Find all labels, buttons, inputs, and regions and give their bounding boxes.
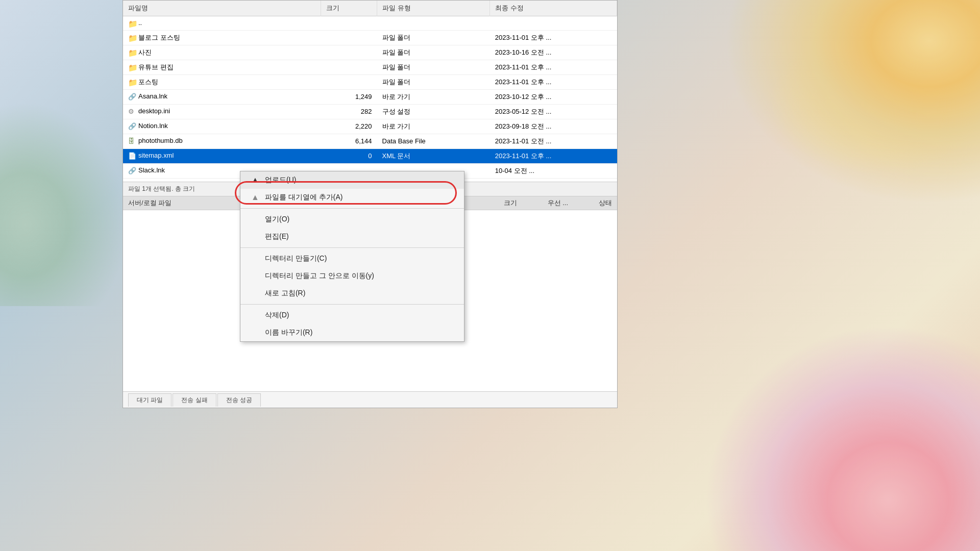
file-size-cell: 282	[321, 104, 377, 119]
table-row[interactable]: 📁블로그 포스팅 파일 폴더 2023-11-01 오후 ...	[123, 30, 617, 45]
file-type-cell: 바로 가기	[377, 119, 490, 134]
file-type-cell	[377, 16, 490, 31]
context-menu-item-queue[interactable]: ▲파일를 대기열에 추가(A)	[240, 189, 464, 206]
context-menu-label: 디렉터리 만들고 그 안으로 이동(y)	[265, 271, 374, 281]
table-row[interactable]: 📁포스팅 파일 폴더 2023-11-01 오후 ...	[123, 74, 617, 89]
context-menu-item-delete[interactable]: 삭제(D)	[240, 307, 464, 324]
col-header-name[interactable]: 파일명	[123, 1, 321, 16]
file-name-cell: 📄sitemap.xml	[123, 148, 321, 163]
flower-decoration-top-right	[725, 0, 980, 204]
col-header-size[interactable]: 크기	[321, 1, 377, 16]
file-name-cell: 📁블로그 포스팅	[123, 30, 321, 45]
status-text: 파일 1개 선택됨. 총 크기	[128, 185, 195, 193]
transfer-tabs-bar: 대기 파일전송 실패전송 성공	[123, 391, 617, 408]
file-date-cell: 2023-10-12 오후 ...	[490, 89, 617, 104]
file-name-cell: ⚙desktop.ini	[123, 104, 321, 119]
file-size-cell: 1,249	[321, 89, 377, 104]
context-menu-item-refresh[interactable]: 새로 고침(R)	[240, 285, 464, 302]
divider-label: 서버/로컬 파일	[128, 198, 172, 208]
table-row[interactable]: 📁사진 파일 폴더 2023-10-16 오전 ...	[123, 45, 617, 60]
table-row[interactable]: 🗄photothumb.db 6,144 Data Base File 2023…	[123, 134, 617, 148]
file-date-cell: 11-01 오전 ...	[490, 178, 617, 182]
divider-col-priority: 우선 ...	[548, 198, 568, 208]
table-row[interactable]: ⚙desktop.ini 282 구성 설정 2023-05-12 오전 ...	[123, 104, 617, 119]
context-menu-item-rename[interactable]: 이름 바꾸기(R)	[240, 324, 464, 341]
table-row[interactable]: 📁유튜브 편집 파일 폴더 2023-11-01 오후 ...	[123, 60, 617, 74]
leaf-decoration-left	[0, 102, 128, 306]
context-menu-label: 편집(E)	[265, 232, 289, 241]
file-type-cell: 파일 폴더	[377, 30, 490, 45]
file-type-cell: 파일 폴더	[377, 60, 490, 74]
context-menu-item-upload[interactable]: ▲업로드(U)	[240, 171, 464, 189]
transfer-tab-success[interactable]: 전송 성공	[217, 393, 261, 407]
context-menu-separator	[240, 208, 464, 209]
file-date-cell: 2023-11-01 오후 ...	[490, 30, 617, 45]
file-size-cell	[321, 74, 377, 89]
context-menu-label: 이름 바꾸기(R)	[265, 328, 312, 337]
file-name-cell: 🗄photothumb.db	[123, 134, 321, 148]
file-name-cell: 📁포스팅	[123, 74, 321, 89]
file-date-cell: 2023-11-01 오후 ...	[490, 148, 617, 163]
file-date-cell	[490, 16, 617, 31]
file-date-cell: 2023-09-18 오전 ...	[490, 119, 617, 134]
divider-col-status: 상태	[599, 198, 612, 208]
context-menu-label: 업로드(U)	[265, 176, 296, 185]
context-menu-item-open[interactable]: 열기(O)	[240, 211, 464, 228]
divider-col-size: 크기	[504, 198, 517, 208]
file-size-cell	[321, 30, 377, 45]
context-menu-label: 새로 고침(R)	[265, 289, 305, 298]
context-menu-item-mkdir[interactable]: 디렉터리 만들기(C)	[240, 250, 464, 267]
context-menu-separator	[240, 247, 464, 248]
context-menu[interactable]: ▲업로드(U)▲파일를 대기열에 추가(A)열기(O)편집(E)디렉터리 만들기…	[240, 171, 464, 342]
file-type-cell: 바로 가기	[377, 89, 490, 104]
context-menu-label: 삭제(D)	[265, 311, 289, 320]
table-header-row: 파일명 크기 파일 유형 최종 수정	[123, 1, 617, 16]
file-size-cell	[321, 16, 377, 31]
flower-decoration-bottom-right	[674, 296, 980, 551]
table-row[interactable]: 📁..	[123, 16, 617, 31]
file-size-cell: 2,220	[321, 119, 377, 134]
file-size-cell	[321, 60, 377, 74]
file-type-cell: 파일 폴더	[377, 74, 490, 89]
col-header-date[interactable]: 최종 수정	[490, 1, 617, 16]
file-list-area[interactable]: 파일명 크기 파일 유형 최종 수정 📁.. 📁블로그 포스팅 파일 폴더 20…	[123, 1, 617, 182]
file-date-cell: 2023-11-01 오전 ...	[490, 134, 617, 148]
file-name-cell: 📁..	[123, 16, 321, 31]
file-date-cell: 2023-10-16 오전 ...	[490, 45, 617, 60]
context-menu-item-edit[interactable]: 편집(E)	[240, 228, 464, 245]
table-row[interactable]: 📄sitemap.xml 0 XML 문서 2023-11-01 오후 ...	[123, 148, 617, 163]
file-name-cell: 📁사진	[123, 45, 321, 60]
file-name-cell: 📁유튜브 편집	[123, 60, 321, 74]
file-date-cell: 2023-05-12 오전 ...	[490, 104, 617, 119]
context-menu-item-mkdirmove[interactable]: 디렉터리 만들고 그 안으로 이동(y)	[240, 267, 464, 285]
file-type-cell: 파일 폴더	[377, 45, 490, 60]
context-menu-label: 디렉터리 만들기(C)	[265, 254, 327, 263]
file-table: 파일명 크기 파일 유형 최종 수정 📁.. 📁블로그 포스팅 파일 폴더 20…	[123, 1, 617, 182]
context-menu-label: 파일를 대기열에 추가(A)	[265, 193, 342, 202]
file-type-cell: XML 문서	[377, 148, 490, 163]
queue-icon: ▲	[251, 193, 260, 202]
file-date-cell: 10-04 오전 ...	[490, 163, 617, 178]
table-row[interactable]: 🔗Asana.lnk 1,249 바로 가기 2023-10-12 오후 ...	[123, 89, 617, 104]
context-menu-separator	[240, 304, 464, 305]
file-size-cell: 6,144	[321, 134, 377, 148]
file-size-cell: 0	[321, 148, 377, 163]
file-type-cell: Data Base File	[377, 134, 490, 148]
transfer-tab-queue[interactable]: 대기 파일	[128, 393, 172, 407]
file-date-cell: 2023-11-01 오후 ...	[490, 74, 617, 89]
col-header-type[interactable]: 파일 유형	[377, 1, 490, 16]
context-menu-label: 열기(O)	[265, 215, 289, 224]
upload-icon: ▲	[251, 176, 260, 185]
table-row[interactable]: 🔗Notion.lnk 2,220 바로 가기 2023-09-18 오전 ..…	[123, 119, 617, 134]
file-type-cell: 구성 설정	[377, 104, 490, 119]
transfer-tab-failed[interactable]: 전송 실패	[173, 393, 216, 407]
file-date-cell: 2023-11-01 오후 ...	[490, 60, 617, 74]
file-name-cell: 🔗Notion.lnk	[123, 119, 321, 134]
file-name-cell: 🔗Asana.lnk	[123, 89, 321, 104]
file-size-cell	[321, 45, 377, 60]
